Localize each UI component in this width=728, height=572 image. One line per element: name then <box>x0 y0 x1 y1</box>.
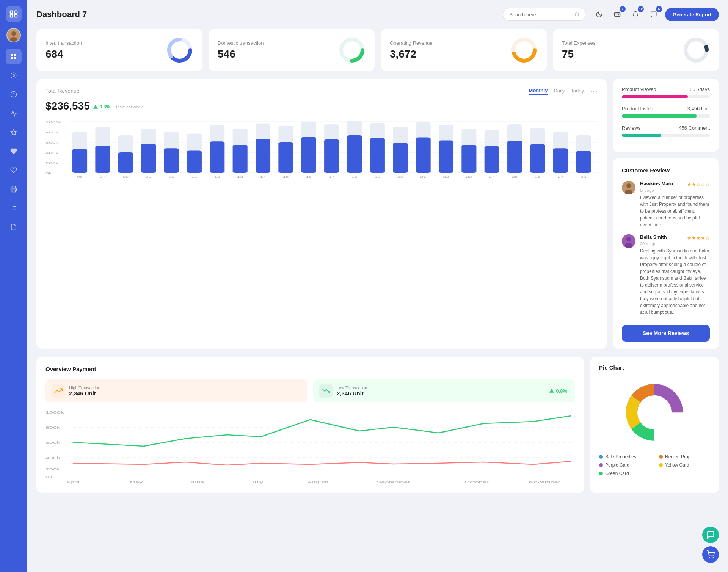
pie-chart-area <box>599 378 710 447</box>
sidebar-item-list[interactable] <box>6 200 22 216</box>
search-bar[interactable] <box>503 8 586 21</box>
payment-stats: High Transaction 2,346 Unit Low Transact… <box>46 379 575 402</box>
sidebar-logo[interactable] <box>6 6 22 22</box>
generate-report-button[interactable]: Generate Report <box>665 8 719 21</box>
revenue-badge-sub: than last week <box>116 105 143 109</box>
sidebar-item-print[interactable] <box>6 181 22 197</box>
cart-float-btn[interactable] <box>702 546 719 563</box>
product-stats-card: Product Viewed 561/days Product Listed 3… <box>613 79 719 152</box>
legend-sale-properties: Sale Properties <box>599 454 650 459</box>
stat-value-1: 546 <box>218 48 264 60</box>
payment-header: Overview Payment ⋮ <box>46 364 575 373</box>
stat-card-total-expenses: Total Expenses 75 <box>553 29 719 71</box>
user-avatar[interactable] <box>6 28 21 42</box>
svg-rect-61 <box>164 148 179 173</box>
donut-0 <box>166 36 193 64</box>
svg-rect-8 <box>14 54 16 56</box>
revenue-tabs: Monthly Daily Today ⋯ <box>529 86 598 96</box>
search-input[interactable] <box>509 12 571 17</box>
svg-text:26: 26 <box>535 176 541 179</box>
mid-row: Total Revenue Monthly Daily Today ⋯ $236… <box>36 79 719 349</box>
tab-daily[interactable]: Daily <box>554 88 565 94</box>
svg-text:19: 19 <box>374 176 380 179</box>
svg-rect-3 <box>15 15 17 17</box>
support-float-btn[interactable] <box>702 527 719 543</box>
svg-rect-64 <box>187 151 202 173</box>
svg-text:600k: 600k <box>46 141 59 144</box>
tab-monthly[interactable]: Monthly <box>529 88 548 95</box>
high-transaction-value: 2,346 Unit <box>69 390 100 396</box>
review-more-btn[interactable]: ⋮ <box>702 166 710 175</box>
sidebar-item-heart-outline[interactable] <box>6 162 22 178</box>
pie-chart-card: Pie Chart <box>590 357 719 493</box>
main-content: Dashboard 7 2 12 5 Generate Report <box>27 0 728 572</box>
page-title: Dashboard 7 <box>36 9 497 19</box>
see-more-reviews-button[interactable]: See More Reviews <box>622 325 710 342</box>
svg-point-118 <box>626 183 631 188</box>
svg-text:14: 14 <box>260 176 266 179</box>
svg-rect-67 <box>210 141 224 173</box>
product-listed-label: Product Listed <box>622 106 653 111</box>
reviewer-avatar-0 <box>622 181 635 194</box>
product-listed-value: 3,456 Unit <box>687 106 710 111</box>
wallet-badge: 2 <box>620 6 626 12</box>
svg-text:600k: 600k <box>46 441 61 445</box>
svg-text:22: 22 <box>443 176 449 179</box>
stat-card-operating-revenue: Operating Revenue 3,672 <box>381 29 547 71</box>
sidebar-item-settings[interactable] <box>6 67 22 83</box>
wallet-icon-btn[interactable]: 2 <box>610 8 624 21</box>
header-icons: 2 12 5 Generate Report <box>592 8 719 21</box>
sidebar-item-info[interactable] <box>6 86 22 102</box>
legend-rented-prop: Rented Prop <box>659 454 710 459</box>
high-transaction-info: High Transaction 2,346 Unit <box>69 386 100 396</box>
sidebar-item-favorites[interactable] <box>6 124 22 140</box>
chat-badge: 5 <box>656 6 662 12</box>
svg-text:12: 12 <box>214 176 220 179</box>
svg-rect-2 <box>10 15 13 17</box>
revenue-badge-pct: 0,8% <box>100 104 110 110</box>
svg-text:October: October <box>464 480 489 484</box>
payment-more-btn[interactable]: ⋮ <box>567 364 575 373</box>
svg-text:800k: 800k <box>46 426 61 429</box>
svg-marker-123 <box>550 389 554 393</box>
svg-text:August: August <box>307 480 328 484</box>
svg-text:1000k: 1000k <box>46 121 62 124</box>
svg-text:07: 07 <box>100 176 106 179</box>
revenue-amount: $236,535 <box>46 100 90 112</box>
reviewer-info-1: Bella Smith ★★★★☆ 20m ago Dealing with S… <box>640 234 710 316</box>
svg-point-33 <box>686 39 707 61</box>
floating-buttons <box>702 527 719 563</box>
review-header: Customer Review ⋮ <box>622 166 710 175</box>
product-viewed-bar <box>622 95 688 98</box>
sidebar-item-dashboard[interactable] <box>6 49 22 64</box>
chat-icon-btn[interactable]: 5 <box>647 8 661 21</box>
stat-label-0: Inter. transaction <box>46 40 82 46</box>
svg-text:0k: 0k <box>46 172 52 175</box>
sidebar-item-analytics[interactable] <box>6 105 22 121</box>
sidebar-item-file[interactable] <box>6 219 22 235</box>
revenue-more-btn[interactable]: ⋯ <box>590 86 598 96</box>
pie-chart-svg <box>620 378 689 447</box>
svg-text:13: 13 <box>237 176 243 179</box>
dark-mode-toggle[interactable] <box>592 8 606 21</box>
svg-rect-76 <box>278 142 293 173</box>
reviewer-name-0: Hawkins Maru <box>640 181 673 188</box>
svg-rect-70 <box>233 145 248 173</box>
svg-text:200k: 200k <box>46 467 61 471</box>
legend-yellow-card: Yellow Card <box>659 462 710 468</box>
svg-rect-52 <box>95 146 110 173</box>
stat-cards-row: Inter. transaction 684 Domestic transact… <box>36 29 719 71</box>
revenue-header: Total Revenue Monthly Daily Today ⋯ <box>46 86 598 96</box>
high-transaction-label: High Transaction <box>69 386 100 390</box>
low-transaction-icon <box>319 384 333 398</box>
reviewer-info-0: Hawkins Maru ★★☆☆☆ 5m ago I viewed a num… <box>640 181 710 228</box>
svg-rect-1 <box>15 11 17 13</box>
legend-dot-rented <box>659 455 663 459</box>
sidebar-item-heart[interactable] <box>6 143 22 159</box>
svg-rect-103 <box>485 146 499 173</box>
svg-rect-9 <box>11 57 13 59</box>
stat-reviews: Reviews 456 Comment <box>622 125 710 137</box>
tab-today[interactable]: Today <box>571 88 584 94</box>
svg-point-121 <box>626 237 631 241</box>
bell-icon-btn[interactable]: 12 <box>629 8 642 21</box>
